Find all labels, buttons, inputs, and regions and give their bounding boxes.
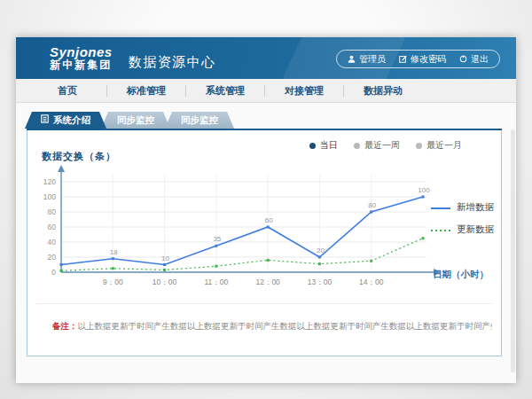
nav-item-3[interactable]: 对接管理 xyxy=(265,79,343,102)
footnote: 备注：以上数据更新于时间产生数据以上数据更新于时间产生数据以上数据更新于时间产生… xyxy=(52,321,492,332)
content-area: 系统介绍同步监控同步监控 当日最近一周最近一月 数据交换（条） 02040608… xyxy=(16,103,516,383)
company-logo: Synjones 新中新集团 xyxy=(50,45,113,70)
svg-text:20: 20 xyxy=(317,246,325,254)
app-header: Synjones 新中新集团 数据资源中心 管理员 修改密码 退出 xyxy=(16,37,516,79)
chart-container: 0204060801001209：0010：0011：0012：0013：001… xyxy=(33,162,450,299)
svg-text:12：00: 12：00 xyxy=(255,278,280,286)
tab-label: 同步监控 xyxy=(117,112,154,129)
app-window: Synjones 新中新集团 数据资源中心 管理员 修改密码 退出 首页标准管理… xyxy=(16,37,516,383)
svg-text:10：00: 10：00 xyxy=(153,278,177,286)
svg-text:80: 80 xyxy=(48,207,57,216)
current-user-button[interactable]: 管理员 xyxy=(348,53,386,66)
page-title: 数据资源中心 xyxy=(129,54,216,71)
footnote-text: 以上数据更新于时间产生数据以上数据更新于时间产生数据以上数据更新于时间产生数据以… xyxy=(78,321,493,331)
svg-text:80: 80 xyxy=(368,201,376,209)
svg-text:0: 0 xyxy=(51,268,56,277)
tab-label: 系统介绍 xyxy=(53,112,90,129)
legend-item-0[interactable]: 新增数据 xyxy=(430,201,494,214)
filter-1[interactable]: 最近一周 xyxy=(354,139,400,152)
svg-text:14：00: 14：00 xyxy=(359,278,384,286)
chart-panel: 当日最近一周最近一月 数据交换（条） 0204060801001209：0010… xyxy=(27,130,502,356)
tab-2[interactable]: 同步监控 xyxy=(165,112,234,129)
logout-button[interactable]: 退出 xyxy=(459,53,489,66)
tab-0[interactable]: 系统介绍 xyxy=(25,112,106,129)
radio-dot-icon xyxy=(354,143,360,149)
change-password-button[interactable]: 修改密码 xyxy=(399,53,446,66)
power-icon xyxy=(459,55,467,63)
legend-line-sample-icon xyxy=(430,202,451,213)
svg-text:100: 100 xyxy=(43,192,56,201)
chart-legend: 新增数据更新数据 xyxy=(430,201,494,236)
logo-brand-text: Synjones xyxy=(50,45,113,59)
time-range-filters: 当日最近一周最近一月 xyxy=(309,139,462,152)
nav-item-2[interactable]: 系统管理 xyxy=(186,79,264,102)
x-axis-title: 日期（小时） xyxy=(433,269,489,281)
svg-text:60: 60 xyxy=(48,223,57,231)
logo-company-name: 新中新集团 xyxy=(50,59,113,71)
filter-label: 当日 xyxy=(320,139,338,152)
legend-item-1[interactable]: 更新数据 xyxy=(430,223,494,236)
footnote-label: 备注： xyxy=(52,321,78,331)
filter-label: 最近一周 xyxy=(364,139,400,152)
user-icon xyxy=(348,55,356,63)
svg-text:100: 100 xyxy=(418,186,430,194)
nav-item-1[interactable]: 标准管理 xyxy=(107,79,185,102)
vertical-scrollbar[interactable] xyxy=(511,129,515,372)
panel-divider xyxy=(36,303,492,304)
tab-bar: 系统介绍同步监控同步监控 xyxy=(25,112,229,129)
svg-text:120: 120 xyxy=(43,177,56,186)
user-toolbar: 管理员 修改密码 退出 xyxy=(336,50,500,68)
radio-dot-icon xyxy=(416,143,422,149)
svg-text:13：00: 13：00 xyxy=(308,278,332,286)
svg-text:10: 10 xyxy=(161,254,169,262)
svg-text:60: 60 xyxy=(265,216,273,224)
radio-dot-icon xyxy=(309,143,316,149)
line-chart: 0204060801001209：0010：0011：0012：0013：001… xyxy=(33,162,450,295)
main-nav: 首页标准管理系统管理对接管理数据异动 xyxy=(16,79,516,103)
filter-2[interactable]: 最近一月 xyxy=(416,139,462,152)
nav-item-0[interactable]: 首页 xyxy=(28,79,106,102)
tab-label: 同步监控 xyxy=(181,112,218,129)
tab-1[interactable]: 同步监控 xyxy=(101,112,170,129)
filter-label: 最近一月 xyxy=(426,139,462,152)
filter-0[interactable]: 当日 xyxy=(309,139,338,152)
y-axis-title: 数据交换（条） xyxy=(42,150,116,163)
legend-label: 新增数据 xyxy=(457,201,494,214)
legend-line-sample-icon xyxy=(430,224,451,235)
svg-text:40: 40 xyxy=(48,238,57,246)
svg-text:11：00: 11：00 xyxy=(204,278,228,286)
svg-text:35: 35 xyxy=(213,235,221,243)
nav-item-4[interactable]: 数据异动 xyxy=(344,79,422,102)
svg-text:18: 18 xyxy=(110,248,118,256)
document-icon xyxy=(41,112,49,129)
legend-label: 更新数据 xyxy=(457,223,494,236)
svg-text:20: 20 xyxy=(48,253,57,262)
edit-icon xyxy=(399,55,407,63)
svg-text:9：00: 9：00 xyxy=(103,278,123,286)
